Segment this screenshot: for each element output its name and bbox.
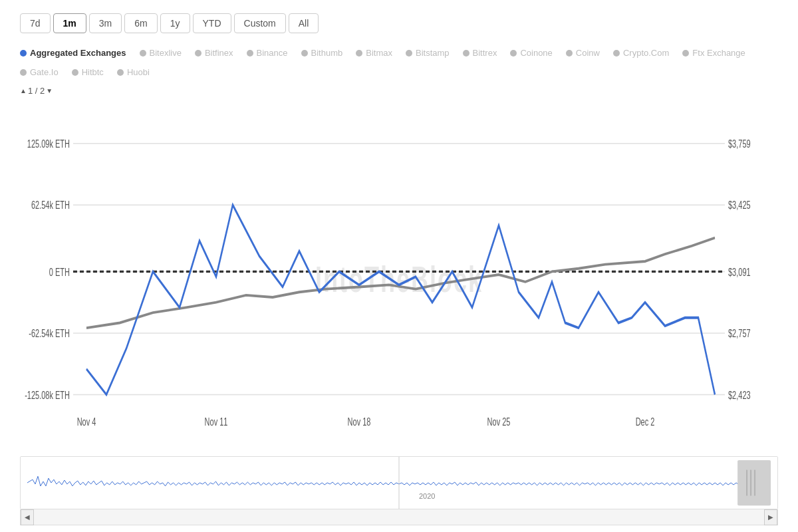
- time-range-bar: 7d 1m 3m 6m 1y YTD Custom All: [20, 13, 778, 33]
- btn-3m[interactable]: 3m: [89, 13, 122, 33]
- chart-wrapper: IntoTheBlock 125.09k ETH 62.54k ETH 0 ET…: [20, 102, 778, 525]
- scrollbar[interactable]: ◀ ▶: [20, 509, 778, 525]
- legend-label-bithumb: Bithumb: [311, 45, 343, 61]
- legend-dot-bitstamp: [406, 50, 412, 57]
- svg-text:$2,757: $2,757: [728, 327, 751, 339]
- legend-label-huobi: Huobi: [127, 65, 150, 80]
- legend-label-binance: Binance: [257, 45, 288, 61]
- legend-item-ftx[interactable]: Ftx Exchange: [682, 45, 745, 61]
- svg-text:0 ETH: 0 ETH: [49, 265, 70, 278]
- legend-dot-ftx: [682, 50, 689, 57]
- btn-7d[interactable]: 7d: [20, 13, 51, 33]
- legend-item-coinone[interactable]: Coinone: [510, 45, 552, 61]
- legend-dot-huobi: [117, 69, 124, 76]
- legend-label-coinw: Coinw: [576, 45, 600, 61]
- main-chart: IntoTheBlock 125.09k ETH 62.54k ETH 0 ET…: [20, 102, 778, 451]
- legend-dot-bitexlive: [140, 50, 146, 57]
- svg-rect-25: [737, 460, 771, 505]
- btn-custom[interactable]: Custom: [234, 13, 286, 33]
- legend-item-coinw[interactable]: Coinw: [566, 45, 600, 61]
- legend-dot-cryptodom: [613, 50, 620, 57]
- legend-item-bithumb[interactable]: Bithumb: [301, 45, 343, 61]
- scroll-track[interactable]: [34, 509, 764, 525]
- legend-label-bitfinex: Bitfinex: [205, 45, 233, 61]
- legend-item-huobi[interactable]: Huobi: [117, 65, 150, 80]
- svg-text:Dec 2: Dec 2: [636, 415, 655, 428]
- svg-text:Nov 11: Nov 11: [205, 415, 228, 428]
- btn-1m[interactable]: 1m: [53, 13, 86, 33]
- legend-label-bittrex: Bittrex: [473, 45, 497, 61]
- pagination-current: 1 / 2: [28, 86, 45, 96]
- svg-text:$3,759: $3,759: [728, 137, 751, 150]
- svg-text:Nov 18: Nov 18: [348, 415, 371, 428]
- pagination-prev[interactable]: ▲: [20, 87, 27, 94]
- scroll-left-arrow[interactable]: ◀: [21, 509, 34, 525]
- legend-label-bitexlive: Bitexlive: [150, 45, 182, 61]
- legend-label-gateio: Gate.Io: [30, 65, 59, 80]
- legend-label-bitstamp: Bitstamp: [416, 45, 450, 61]
- pagination-next[interactable]: ▼: [46, 87, 53, 94]
- legend-dot-bithumb: [301, 50, 308, 57]
- legend-dot-binance: [247, 50, 253, 57]
- legend-dot-aggregated: [20, 50, 27, 57]
- legend-item-cryptodom[interactable]: Crypto.Com: [613, 45, 669, 61]
- legend: Aggregated Exchanges Bitexlive Bitfinex …: [20, 45, 778, 80]
- legend-item-bitfinex[interactable]: Bitfinex: [195, 45, 233, 61]
- svg-text:Nov 4: Nov 4: [77, 415, 96, 428]
- legend-item-gateio[interactable]: Gate.Io: [20, 65, 59, 80]
- legend-label-bitmax: Bitmax: [366, 45, 392, 61]
- svg-text:62.54k ETH: 62.54k ETH: [31, 199, 70, 211]
- svg-text:-125.08k ETH: -125.08k ETH: [25, 388, 70, 401]
- legend-item-bittrex[interactable]: Bittrex: [463, 45, 497, 61]
- legend-item-bitexlive[interactable]: Bitexlive: [140, 45, 182, 61]
- legend-dot-hitbtc: [72, 69, 78, 76]
- legend-dot-bitfinex: [195, 50, 201, 57]
- svg-text:Nov 25: Nov 25: [487, 415, 511, 428]
- legend-pagination: ▲ 1 / 2 ▼: [20, 86, 778, 96]
- btn-ytd[interactable]: YTD: [193, 13, 231, 33]
- legend-label-coinone: Coinone: [520, 45, 552, 61]
- btn-1y[interactable]: 1y: [160, 13, 190, 33]
- legend-item-binance[interactable]: Binance: [247, 45, 288, 61]
- legend-item-bitmax[interactable]: Bitmax: [356, 45, 392, 61]
- svg-text:-62.54k ETH: -62.54k ETH: [29, 327, 70, 339]
- main-container: 7d 1m 3m 6m 1y YTD Custom All Aggregated…: [0, 0, 798, 532]
- legend-dot-bittrex: [463, 50, 469, 57]
- legend-label-aggregated: Aggregated Exchanges: [30, 45, 126, 61]
- legend-dot-gateio: [20, 69, 27, 76]
- svg-text:$3,425: $3,425: [728, 199, 751, 211]
- svg-text:$2,423: $2,423: [728, 388, 751, 401]
- legend-label-hitbtc: Hitbtc: [82, 65, 104, 80]
- legend-label-ftx: Ftx Exchange: [692, 45, 745, 61]
- legend-label-cryptodom: Crypto.Com: [623, 45, 669, 61]
- legend-item-aggregated[interactable]: Aggregated Exchanges: [20, 45, 126, 61]
- legend-item-hitbtc[interactable]: Hitbtc: [72, 65, 104, 80]
- legend-dot-coinone: [510, 50, 517, 57]
- mini-chart[interactable]: 2020: [20, 456, 778, 509]
- legend-item-bitstamp[interactable]: Bitstamp: [406, 45, 450, 61]
- svg-text:125.09k ETH: 125.09k ETH: [27, 137, 70, 150]
- scroll-right-arrow[interactable]: ▶: [764, 509, 777, 525]
- svg-text:2020: 2020: [419, 492, 435, 500]
- btn-6m[interactable]: 6m: [124, 13, 157, 33]
- svg-text:$3,091: $3,091: [728, 265, 751, 278]
- legend-dot-coinw: [566, 50, 573, 57]
- legend-dot-bitmax: [356, 50, 362, 57]
- btn-all[interactable]: All: [289, 13, 319, 33]
